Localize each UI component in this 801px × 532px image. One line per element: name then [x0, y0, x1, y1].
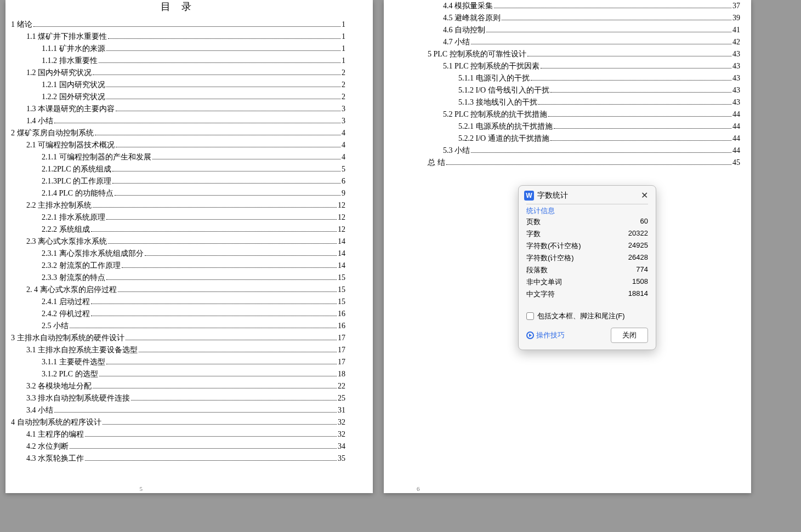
toc-leader-dots — [554, 128, 732, 129]
toc-entry: 3.4 小结31 — [11, 404, 345, 416]
toc-entry-text: 2.4.2 停机过程 — [42, 308, 90, 320]
stat-value: 24925 — [628, 241, 648, 251]
toc-entry-text: 2.1.3PLC 的工作原理 — [42, 175, 111, 187]
toc-entry-text: 5.3 小结 — [443, 145, 470, 157]
stat-value: 1508 — [632, 277, 648, 287]
toc-entry-page: 6 — [342, 175, 345, 187]
toc-entry-page: 15 — [338, 296, 345, 308]
toc-entry-text: 5.2 PLC 控制系统的抗干扰措施 — [443, 108, 547, 121]
word-count-dialog: W 字数统计 ✕ 统计信息 页数60字数20322字符数(不计空格)24925字… — [518, 185, 656, 350]
toc-entry-page: 18 — [338, 368, 345, 380]
toc-entry: 2.2 主排水控制系统12 — [11, 199, 345, 211]
checkbox-icon[interactable] — [526, 312, 534, 320]
toc-entry: 2.2.2 系统组成12 — [11, 224, 345, 236]
toc-entry-page: 17 — [338, 356, 345, 368]
close-button[interactable]: 关闭 — [611, 328, 648, 343]
play-icon — [526, 331, 534, 339]
toc-entry: 2.1.1 可编程控制器的产生和发展4 — [11, 151, 345, 163]
toc-entry-page: 34 — [338, 441, 345, 453]
toc-entry-text: 1.1.1 矿井水的来源 — [42, 43, 105, 55]
toc-entry-page: 43 — [732, 60, 740, 72]
toc-entry-text: 4.1 主程序的编程 — [26, 428, 84, 441]
toc-leader-dots — [118, 291, 337, 292]
toc-leader-dots — [116, 147, 340, 147]
stat-label: 字符数(不计空格) — [526, 241, 581, 251]
toc-entry-text: 3.4 小结 — [26, 404, 53, 416]
toc-entry: 2.1.4 PLC 的功能特点9 — [11, 187, 345, 199]
toc-entry-page: 42 — [732, 36, 740, 48]
toc-entry-page: 32 — [338, 428, 345, 441]
toc-entry-page: 17 — [338, 332, 345, 344]
toc-entry-text: 1.2.1 国内研究状况 — [42, 79, 105, 91]
toc-leader-dots — [99, 376, 337, 376]
toc-leader-dots — [541, 68, 731, 68]
toc-entry-page: 43 — [732, 84, 740, 96]
toc-entry-page: 39 — [732, 12, 740, 24]
toc-entry-page: 1 — [342, 43, 345, 55]
toc-entry-text: 2.1.4 PLC 的功能特点 — [42, 187, 113, 199]
toc-leader-dots — [103, 424, 337, 425]
toc-entry-text: 1.2 国内外研究状况 — [26, 67, 92, 79]
include-textbox-row[interactable]: 包括文本框、脚注和尾注(F) — [519, 307, 656, 323]
toc-entry-page: 4 — [342, 151, 345, 163]
toc-entry: 2.3.2 射流泵的工作原理14 — [11, 260, 345, 272]
toc-entry: 4.3 水泵轮换工作35 — [11, 453, 345, 465]
toc-entry-page: 4 — [342, 127, 345, 139]
toc-entry-page: 3 — [342, 103, 345, 115]
toc-leader-dots — [91, 231, 337, 232]
toc-entry-page: 3 — [342, 115, 345, 127]
tips-link[interactable]: 操作技巧 — [526, 330, 565, 340]
toc-entry-page: 17 — [338, 344, 345, 356]
toc-leader-dots — [126, 340, 337, 340]
toc-entry-page: 14 — [338, 248, 345, 260]
toc-entry: 2.5 小结16 — [11, 320, 345, 332]
toc-entry-page: 43 — [732, 72, 740, 84]
stat-row: 字符数(不计空格)24925 — [526, 240, 648, 252]
toc-leader-dots — [85, 436, 337, 437]
toc-entry: 1.2 国内外研究状况2 — [11, 67, 345, 79]
stat-row: 非中文单词1508 — [526, 276, 648, 288]
toc-entry-page: 45 — [732, 157, 740, 169]
toc-entry-page: 31 — [338, 404, 345, 416]
toc-leader-dots — [85, 460, 337, 461]
toc-entry-page: 1 — [342, 19, 345, 31]
toc-leader-dots — [106, 99, 341, 99]
toc-entry: 4.1 主程序的编程32 — [11, 428, 345, 441]
toc-entry: 5.1.3 接地线引入的干扰43 — [428, 96, 740, 108]
stat-label: 字符数(计空格) — [526, 253, 574, 263]
toc-entry-text: 4.3 水泵轮换工作 — [26, 453, 84, 465]
toc-entry: 4.5 避峰就谷原则39 — [428, 12, 740, 24]
toc-leader-dots — [531, 80, 732, 81]
toc-entry: 5.2 PLC 控制系统的抗干扰措施44 — [428, 108, 740, 121]
close-icon[interactable]: ✕ — [639, 190, 650, 201]
dialog-footer: 操作技巧 关闭 — [519, 323, 656, 350]
toc-entry: 1.4 小结3 — [11, 115, 345, 127]
stat-value: 18814 — [628, 289, 648, 299]
toc-entry-text: 2. 4 离心式水泵的启停过程 — [26, 284, 117, 296]
toc-leader-dots — [527, 56, 731, 56]
toc-entry-text: 1.1 煤矿井下排水重要性 — [26, 31, 107, 43]
dialog-titlebar: W 字数统计 ✕ — [519, 186, 656, 204]
toc-entry: 总 结45 — [428, 157, 740, 169]
toc-title: 目 录 — [11, 0, 345, 13]
toc-entry-text: 5 PLC 控制系统的可靠性设计 — [428, 48, 526, 60]
toc-entry-text: 5.1.3 接地线引入的干扰 — [458, 96, 537, 108]
toc-entry-text: 4.4 模拟量采集 — [443, 0, 493, 12]
toc-entry: 4.6 自动控制41 — [428, 24, 740, 36]
toc-leader-dots — [446, 164, 732, 165]
stat-value: 60 — [640, 217, 648, 227]
toc-entry-text: 4.7 小结 — [443, 36, 470, 48]
toc-entry: 4.2 水位判断34 — [11, 441, 345, 453]
toc-entry-text: 1.3 本课题研究的主要内容 — [26, 103, 115, 115]
toc-leader-dots — [115, 195, 340, 196]
stat-row: 字数20322 — [526, 228, 648, 240]
toc-leader-dots — [106, 50, 341, 51]
page-number-left: 5 — [140, 485, 143, 492]
toc-entry-text: 2.2 主排水控制系统 — [26, 199, 92, 211]
toc-entry: 4.4 模拟量采集37 — [428, 0, 740, 12]
toc-entry-text: 3.1.2 PLC 的选型 — [42, 368, 98, 380]
toc-entry: 5.2.2 I/O 通道的抗干扰措施44 — [428, 133, 740, 145]
toc-entry-page: 16 — [338, 308, 345, 320]
toc-entry-text: 2.1 可编程控制器技术概况 — [26, 139, 115, 151]
stats-section-title: 统计信息 — [526, 206, 558, 216]
